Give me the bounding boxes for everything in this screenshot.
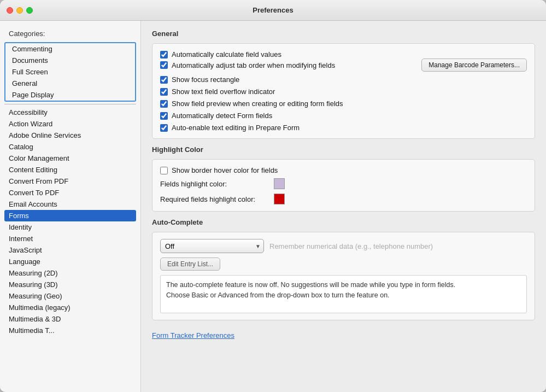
autocomplete-section-title: Auto-Complete [152,218,535,226]
window-title: Preferences [253,6,293,14]
remember-label: Remember numerical data (e.g., telephone… [269,242,433,250]
sidebar-divider [4,104,136,104]
sidebar-item-adobe-online-services[interactable]: Adobe Online Services [0,130,140,141]
autocomplete-description-text: The auto-complete feature is now off. No… [166,281,455,299]
sidebar-item-convert-from-pdf[interactable]: Convert From PDF [0,175,140,187]
preferences-window: Preferences Categories: Commenting Docum… [0,0,546,392]
main-content: Categories: Commenting Documents Full Sc… [0,21,546,392]
maximize-button[interactable] [26,7,33,14]
manage-barcode-button[interactable]: Manage Barcode Parameters... [421,58,527,72]
minimize-button[interactable] [16,7,23,14]
sidebar-item-multimedia-3d[interactable]: Multimedia & 3D [0,313,140,325]
field-preview-checkbox[interactable] [160,100,168,108]
focus-rect-label: Show focus rectangle [172,75,239,84]
edit-entry-button[interactable]: Edit Entry List... [160,258,220,271]
focus-rect-row: Show focus rectangle [160,75,527,84]
sidebar-item-multimedia-legacy[interactable]: Multimedia (legacy) [0,302,140,313]
autocomplete-select[interactable]: Off Basic Advanced [160,239,264,253]
sidebar-item-full-screen[interactable]: Full Screen [5,66,135,78]
sidebar-item-color-management[interactable]: Color Management [0,153,140,164]
border-hover-label: Show border hover color for fields [172,166,278,174]
sidebar-item-measuring-geo[interactable]: Measuring (Geo) [0,290,140,302]
sidebar-item-page-display[interactable]: Page Display [5,89,135,101]
auto-tab-row: Automatically adjust tab order when modi… [160,58,527,72]
highlight-panel: Show border hover color for fields Field… [152,159,535,212]
sidebar-item-general[interactable]: General [5,78,135,89]
sidebar-list: Commenting Documents Full Screen General… [0,42,140,336]
auto-enable-label: Auto-enable text editing in Prepare Form [172,124,300,132]
sidebar-item-convert-to-pdf[interactable]: Convert To PDF [0,187,140,198]
sidebar-header: Categories: [0,27,140,42]
auto-tab-label: Automatically adjust tab order when modi… [172,61,335,69]
sidebar-item-catalog[interactable]: Catalog [0,141,140,153]
auto-calc-checkbox[interactable] [160,51,168,58]
sidebar-item-multimedia-t[interactable]: Multimedia T... [0,325,140,336]
general-section-title: General [152,30,535,38]
sidebar-item-language[interactable]: Language [0,256,140,267]
sidebar-section-top: Commenting Documents Full Screen General… [0,42,140,102]
border-hover-checkbox[interactable] [160,167,168,174]
form-tracker-link[interactable]: Form Tracker Preferences [152,331,234,340]
sidebar-item-javascript[interactable]: JavaScript [0,244,140,256]
sidebar: Categories: Commenting Documents Full Sc… [0,21,141,392]
sidebar-item-documents[interactable]: Documents [5,55,135,66]
sidebar-item-accessibility[interactable]: Accessibility [0,107,140,118]
autocomplete-panel: Off Basic Advanced ▼ Remember numerical … [152,232,535,320]
sidebar-item-forms[interactable]: Forms [4,210,136,221]
sidebar-item-identity[interactable]: Identity [0,221,140,233]
sidebar-item-action-wizard[interactable]: Action Wizard [0,118,140,130]
main-panel: General Automatically calculate field va… [141,21,546,392]
sidebar-item-measuring-3d[interactable]: Measuring (3D) [0,279,140,290]
required-color-row: Required fields highlight color: [160,194,527,204]
field-preview-label: Show field preview when creating or edit… [172,100,343,108]
border-hover-row: Show border hover color for fields [160,166,527,174]
sidebar-item-internet[interactable]: Internet [0,233,140,244]
overflow-label: Show text field overflow indicator [172,87,275,96]
auto-calc-row: Automatically calculate field values [160,50,527,58]
autocomplete-select-wrapper: Off Basic Advanced ▼ [160,239,264,253]
titlebar: Preferences [0,0,546,21]
sidebar-item-measuring-2d[interactable]: Measuring (2D) [0,267,140,279]
autocomplete-description: The auto-complete feature is now off. No… [160,275,527,313]
overflow-checkbox[interactable] [160,88,168,96]
auto-enable-checkbox[interactable] [160,124,168,132]
required-color-label: Required fields highlight color: [160,195,269,203]
focus-rect-checkbox[interactable] [160,76,168,84]
window-controls [7,7,33,14]
sidebar-item-email-accounts[interactable]: Email Accounts [0,198,140,210]
required-color-swatch[interactable] [274,194,285,204]
overflow-row: Show text field overflow indicator [160,87,527,96]
autocomplete-row: Off Basic Advanced ▼ Remember numerical … [160,239,527,253]
fields-color-label: Fields highlight color: [160,180,269,188]
auto-tab-checkbox[interactable] [160,61,168,69]
fields-color-row: Fields highlight color: [160,178,527,189]
auto-detect-checkbox[interactable] [160,112,168,120]
auto-enable-row: Auto-enable text editing in Prepare Form [160,124,527,132]
auto-calc-label: Automatically calculate field values [172,50,281,58]
highlight-section-title: Highlight Color [152,145,535,154]
close-button[interactable] [7,7,13,14]
auto-detect-label: Automatically detect Form fields [172,112,272,120]
field-preview-row: Show field preview when creating or edit… [160,100,527,108]
sidebar-item-content-editing[interactable]: Content Editing [0,164,140,175]
fields-color-swatch[interactable] [274,178,285,189]
auto-detect-row: Automatically detect Form fields [160,112,527,120]
sidebar-item-commenting[interactable]: Commenting [5,43,135,55]
general-panel: Automatically calculate field values Aut… [152,43,535,139]
